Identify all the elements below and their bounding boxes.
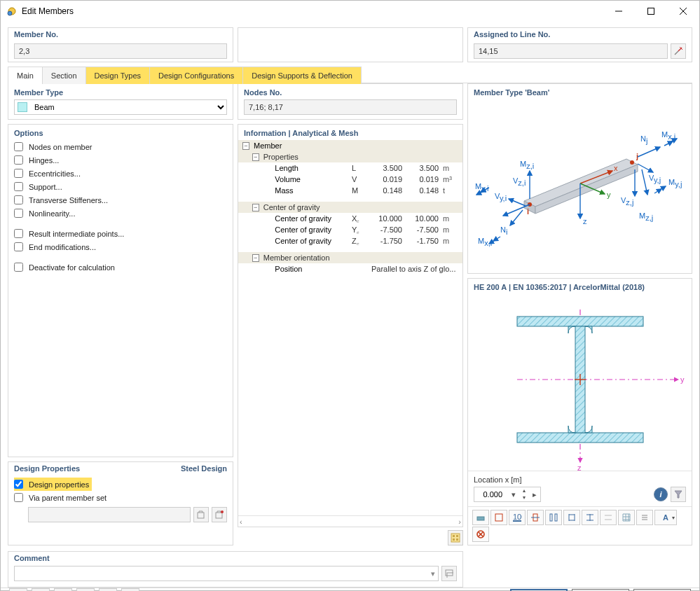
play-icon[interactable]: ▸ bbox=[529, 490, 540, 499]
comment-title: Comment bbox=[14, 554, 50, 562]
tab-main[interactable]: Main bbox=[8, 67, 43, 84]
footer-units-button[interactable]: 0,00 bbox=[32, 588, 50, 591]
svg-line-42 bbox=[638, 164, 653, 172]
svg-line-29 bbox=[509, 199, 526, 206]
svg-rect-9 bbox=[451, 534, 460, 542]
tree-orientation[interactable]: − Member orientation bbox=[238, 252, 462, 263]
minimize-button[interactable] bbox=[603, 1, 635, 22]
tab-design-types[interactable]: Design Types bbox=[85, 67, 150, 84]
comment-extra-button[interactable] bbox=[441, 566, 457, 581]
filter-button[interactable] bbox=[671, 487, 686, 502]
parent-set-field[interactable] bbox=[28, 507, 191, 522]
chevron-down-icon[interactable]: ▾ bbox=[508, 490, 519, 499]
collapse-icon[interactable]: − bbox=[252, 204, 259, 211]
tree-cog-y: Center of gravityY꜀-7.500-7.500m bbox=[238, 224, 462, 235]
beam-diagram: i j x y z bbox=[468, 101, 692, 273]
comment-field[interactable]: ▾ bbox=[14, 566, 439, 581]
pick-line-button[interactable] bbox=[671, 43, 686, 59]
chk-design-properties[interactable]: Design properties bbox=[14, 478, 89, 491]
svg-rect-63 bbox=[517, 317, 643, 326]
tree-properties[interactable]: − Properties bbox=[238, 151, 462, 162]
svg-text:z: z bbox=[583, 217, 587, 225]
tb-view-4[interactable] bbox=[527, 510, 544, 525]
opt-hinges[interactable]: Hinges... bbox=[14, 153, 227, 167]
member-type-dropdown[interactable]: Beam bbox=[14, 99, 227, 115]
member-no-label: Member No. bbox=[14, 30, 58, 39]
svg-text:Nj: Nj bbox=[640, 134, 647, 145]
tab-bar: Main Section Design Types Design Configu… bbox=[8, 67, 692, 83]
opt-support[interactable]: Support... bbox=[14, 180, 227, 193]
svg-rect-69 bbox=[495, 514, 502, 521]
svg-text:Vz,i: Vz,i bbox=[513, 176, 526, 187]
svg-text:x: x bbox=[614, 164, 618, 172]
assigned-line-field[interactable]: 14,15 bbox=[474, 43, 668, 59]
tree-cog-z: Center of gravityZ꜀-1.750-1.750m bbox=[238, 235, 462, 246]
tree-volume: VolumeV0.0190.019m³ bbox=[238, 174, 462, 185]
footer-help-button[interactable] bbox=[9, 588, 27, 591]
svg-text:Vz,j: Vz,j bbox=[621, 196, 633, 207]
tb-view-7[interactable] bbox=[582, 510, 598, 525]
svg-rect-74 bbox=[550, 514, 552, 521]
svg-point-8 bbox=[221, 510, 224, 513]
tb-view-3[interactable]: 100 bbox=[509, 510, 526, 525]
chk-via-parent[interactable]: Via parent member set bbox=[14, 491, 227, 504]
svg-rect-75 bbox=[555, 514, 557, 521]
tb-clear[interactable] bbox=[472, 527, 489, 542]
svg-text:Ni: Ni bbox=[500, 225, 507, 236]
step-up-icon[interactable]: ▴ bbox=[519, 487, 529, 494]
svg-line-46 bbox=[664, 141, 673, 146]
opt-transverse-stiffeners[interactable]: Transverse Stiffeners... bbox=[14, 193, 227, 207]
tb-view-8[interactable] bbox=[600, 510, 617, 525]
tb-view-1[interactable] bbox=[472, 510, 489, 525]
close-button[interactable] bbox=[667, 1, 699, 22]
tree-cog[interactable]: − Center of gravity bbox=[238, 202, 462, 213]
section-preview-title: HE 200 A | EN 10365:2017 | ArcelorMittal… bbox=[468, 279, 692, 296]
design-properties-title: Design Properties bbox=[14, 464, 80, 473]
member-no-field[interactable]: 2,3 bbox=[14, 43, 227, 59]
footer-fx-button[interactable]: fx bbox=[121, 588, 139, 591]
tab-design-supports[interactable]: Design Supports & Deflection bbox=[242, 67, 362, 84]
collapse-icon[interactable]: − bbox=[242, 142, 249, 150]
tb-view-2[interactable] bbox=[490, 510, 507, 525]
opt-result-intermediate[interactable]: Result intermediate points... bbox=[14, 227, 227, 240]
maximize-button[interactable] bbox=[635, 1, 667, 22]
tb-view-6[interactable] bbox=[563, 510, 580, 525]
units-button[interactable] bbox=[448, 530, 463, 545]
collapse-icon[interactable]: − bbox=[252, 153, 259, 161]
nodes-no-title: Nodes No. bbox=[238, 84, 462, 99]
opt-eccentricities[interactable]: Eccentricities... bbox=[14, 167, 227, 180]
opt-nonlinearity[interactable]: Nonlinearity... bbox=[14, 207, 227, 220]
location-spinner[interactable]: 0.000 ▾ ▴▾ ▸ bbox=[474, 487, 541, 502]
svg-text:Mx,j: Mx,j bbox=[661, 130, 675, 141]
tb-view-list[interactable] bbox=[636, 510, 653, 525]
footer-render-button[interactable] bbox=[76, 588, 95, 591]
tb-view-text[interactable]: A bbox=[654, 510, 677, 525]
svg-rect-11 bbox=[456, 535, 458, 537]
tb-view-5[interactable] bbox=[545, 510, 562, 525]
svg-text:z: z bbox=[577, 464, 582, 471]
svg-text:Vy,i: Vy,i bbox=[495, 192, 507, 202]
footer-calc-button[interactable] bbox=[54, 588, 72, 591]
tab-design-configurations[interactable]: Design Configurations bbox=[149, 67, 243, 84]
parent-set-edit-button[interactable] bbox=[212, 507, 227, 522]
app-icon bbox=[6, 6, 18, 17]
info-button[interactable]: i bbox=[654, 487, 668, 501]
opt-end-modifications[interactable]: End modifications... bbox=[14, 240, 227, 253]
opt-deactivate[interactable]: Deactivate for calculation bbox=[14, 260, 227, 274]
svg-rect-3 bbox=[648, 8, 654, 15]
svg-rect-68 bbox=[477, 517, 484, 520]
opt-nodes-on-member[interactable]: Nodes on member bbox=[14, 140, 227, 153]
parent-set-new-button[interactable] bbox=[193, 507, 209, 522]
info-scrollbar[interactable]: ‹› bbox=[238, 515, 462, 527]
nodes-no-field[interactable]: 7,16; 8,17 bbox=[244, 99, 457, 115]
svg-text:y: y bbox=[607, 190, 611, 199]
step-down-icon[interactable]: ▾ bbox=[519, 494, 529, 501]
collapse-icon[interactable]: − bbox=[252, 254, 259, 262]
tab-section[interactable]: Section bbox=[42, 67, 86, 84]
tree-member[interactable]: − Member bbox=[238, 140, 462, 151]
window-title: Edit Members bbox=[22, 6, 603, 16]
svg-text:y: y bbox=[680, 375, 685, 384]
tb-view-grid[interactable] bbox=[618, 510, 635, 525]
design-properties-subtitle: Steel Design bbox=[181, 464, 227, 473]
footer-delete-button[interactable] bbox=[99, 588, 117, 591]
